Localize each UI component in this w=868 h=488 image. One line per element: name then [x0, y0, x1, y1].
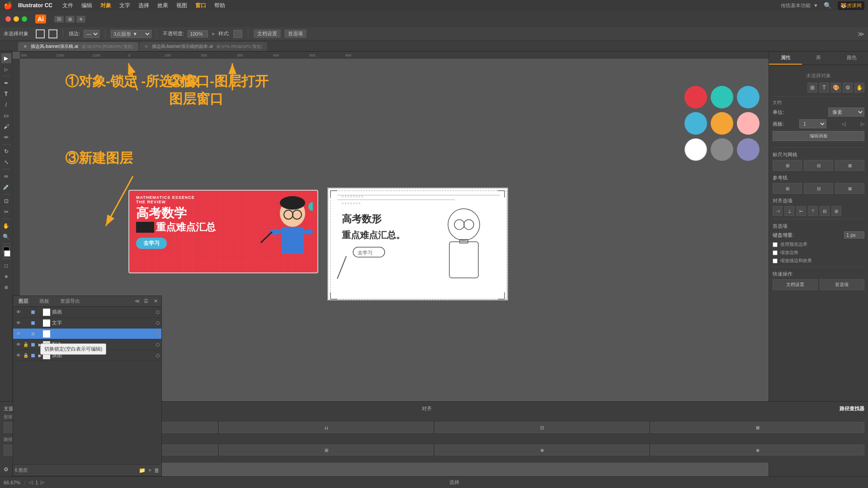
- blend-tool[interactable]: ∞: [1, 171, 11, 181]
- exclude-btn[interactable]: ⊠: [651, 422, 864, 433]
- artboard-select[interactable]: 1: [799, 119, 826, 128]
- layer-name-input[interactable]: [52, 331, 88, 337]
- menu-edit[interactable]: 编辑: [78, 2, 96, 9]
- change-screen-mode[interactable]: ⊞: [1, 282, 11, 292]
- layer-dot-text[interactable]: [156, 321, 160, 325]
- swatch-pink[interactable]: [737, 112, 760, 135]
- preferences-button[interactable]: 首选项: [284, 29, 307, 38]
- menu-file[interactable]: 文件: [59, 2, 77, 9]
- guide-btn3[interactable]: ⊠: [835, 183, 864, 194]
- swatch-white[interactable]: [684, 138, 707, 161]
- hand-tool[interactable]: ✋: [1, 221, 11, 231]
- swatch-lavender[interactable]: [737, 138, 760, 161]
- grid-btn1[interactable]: ⊞: [773, 160, 802, 171]
- layer-dot-editing[interactable]: [156, 332, 160, 336]
- properties-icon3[interactable]: 🎨: [831, 83, 841, 93]
- menu-object[interactable]: 对象: [97, 2, 115, 9]
- footer-artboard-prev[interactable]: ◁: [29, 479, 33, 485]
- intersect-btn[interactable]: ⊡: [435, 422, 649, 433]
- shape-dropdown[interactable]: 3点圆形 ▼: [111, 30, 151, 38]
- swatch-lightblue[interactable]: [684, 112, 707, 135]
- layer-visibility-editing[interactable]: 👁: [15, 331, 22, 336]
- eyedropper-tool[interactable]: 💉: [1, 182, 11, 192]
- grid-btn3[interactable]: ⊠: [835, 160, 864, 171]
- edit-artboard-button[interactable]: 编辑画板: [773, 131, 864, 141]
- layer-visibility-text[interactable]: 👁: [15, 320, 22, 325]
- layer-row-illustration[interactable]: 👁 插画: [13, 307, 161, 318]
- zoom-level[interactable]: 66.67%: [4, 480, 20, 485]
- align-btn3[interactable]: ⊢: [796, 206, 806, 216]
- quick-doc-settings-button[interactable]: 文档设置: [773, 279, 818, 290]
- layer-dot-original[interactable]: [156, 354, 160, 357]
- tab-document-1[interactable]: ✕ 插边风-banner演示稿.ai @ 66.67% (RGB/GPU 预览): [18, 42, 138, 51]
- guide-btn2[interactable]: ⊟: [804, 183, 833, 194]
- preview-bounds-checkbox[interactable]: [773, 242, 778, 247]
- rpanel-tab-library[interactable]: 库: [802, 52, 835, 65]
- tab-2-close[interactable]: ✕: [145, 44, 148, 49]
- properties-icon4[interactable]: ⚙: [843, 83, 853, 93]
- menu-effect[interactable]: 效果: [154, 2, 172, 9]
- menu-window[interactable]: 窗口: [192, 2, 210, 9]
- zoom-tool[interactable]: 🔍: [1, 232, 11, 242]
- paintbrush-tool[interactable]: 🖌: [1, 122, 11, 131]
- menu-view[interactable]: 视图: [173, 2, 191, 9]
- fill-swatch[interactable]: [36, 29, 45, 38]
- banner-cta-btn[interactable]: 去学习: [136, 238, 167, 249]
- layer-row-editing[interactable]: 👁: [13, 328, 161, 339]
- apple-menu[interactable]: 🍎: [4, 1, 13, 10]
- artboards-tab[interactable]: 画板: [34, 296, 55, 306]
- layer-dot-illustration[interactable]: [156, 310, 160, 314]
- panel-close-button[interactable]: ✕: [150, 296, 161, 306]
- properties-icon1[interactable]: ⊞: [807, 83, 817, 93]
- workspace-dropdown[interactable]: ▼: [813, 3, 818, 8]
- layer-lock-original[interactable]: 🔒: [22, 353, 29, 358]
- menu-help[interactable]: 帮助: [211, 2, 229, 9]
- keyboard-input[interactable]: [844, 231, 864, 239]
- layer-name-editing[interactable]: [52, 331, 156, 337]
- swatch-teal[interactable]: [711, 86, 733, 108]
- guide-btn1[interactable]: ⊞: [773, 183, 802, 194]
- tab-document-2[interactable]: ✕ 插边风-banner演示稿的副本.ai @ 67% (RGB/GPU 预览): [139, 42, 267, 51]
- scale-corners-checkbox[interactable]: [773, 250, 778, 255]
- layer-row-text[interactable]: 👁 文字: [13, 318, 161, 328]
- scale-tool[interactable]: ⤡: [1, 157, 11, 167]
- swatch-orange[interactable]: [711, 112, 733, 135]
- direct-select-tool[interactable]: ▷: [1, 64, 11, 74]
- stroke-swatch[interactable]: [48, 29, 57, 38]
- menu-type[interactable]: 文字: [116, 2, 134, 9]
- properties-icon5[interactable]: ✋: [854, 83, 864, 93]
- align-btn1[interactable]: ⊣: [773, 206, 783, 216]
- align-btn5[interactable]: ⊟: [820, 206, 830, 216]
- symbol-sprayer[interactable]: ⚙: [1, 465, 11, 474]
- menu-select[interactable]: 选择: [135, 2, 153, 9]
- swatch-gray[interactable]: [711, 138, 733, 161]
- layers-tab[interactable]: 图层: [13, 296, 34, 306]
- minimize-window-button[interactable]: [14, 16, 19, 22]
- panel-collapse-button[interactable]: ≪: [133, 297, 142, 305]
- stroke-dropdown[interactable]: —: [84, 30, 99, 38]
- align-btn6[interactable]: ⊞: [831, 206, 841, 216]
- merge-btn[interactable]: ⊕: [435, 445, 649, 455]
- unit-select[interactable]: 像素: [828, 108, 864, 117]
- swatch-red[interactable]: [684, 86, 707, 108]
- artboard-nav-prev[interactable]: ◁: [842, 121, 845, 127]
- line-tool[interactable]: /: [1, 100, 11, 110]
- opacity-input[interactable]: [188, 30, 208, 38]
- rpanel-tab-color[interactable]: 颜色: [835, 52, 868, 65]
- slice-tool[interactable]: ✂: [1, 207, 11, 217]
- new-layer-set-btn[interactable]: 📁: [139, 467, 146, 474]
- minus-front-btn[interactable]: ⊔: [219, 422, 433, 433]
- pencil-tool[interactable]: ✏: [1, 132, 11, 142]
- stroke-color[interactable]: [4, 250, 10, 257]
- search-icon[interactable]: 🔍: [824, 2, 831, 9]
- type-tool[interactable]: T: [1, 89, 11, 99]
- artboard-nav-next[interactable]: ▷: [861, 121, 864, 127]
- artboard-tool[interactable]: ⊡: [1, 196, 11, 206]
- maximize-window-button[interactable]: [22, 16, 27, 22]
- style-swatch[interactable]: [233, 30, 242, 38]
- doc-settings-button[interactable]: 文档设置: [254, 29, 281, 38]
- footer-artboard-next[interactable]: ▷: [41, 479, 44, 485]
- layer-visibility-original[interactable]: 👁: [15, 353, 22, 358]
- grid-btn2[interactable]: ⊟: [804, 160, 833, 171]
- rotate-tool[interactable]: ↻: [1, 146, 11, 156]
